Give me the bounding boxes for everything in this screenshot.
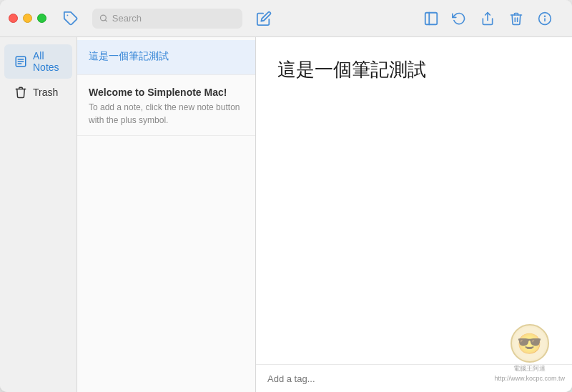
sidebar-toggle-button[interactable] (418, 6, 444, 31)
note-preview-body: To add a note, click the new note button… (89, 101, 244, 127)
editor-content[interactable]: 這是一個筆記測試 (256, 37, 572, 364)
traffic-lights (9, 14, 46, 23)
search-box (92, 9, 242, 29)
note-item-welcome[interactable]: Welcome to Simplenote Mac! To add a note… (77, 75, 255, 136)
note-preview-title: Welcome to Simplenote Mac! (89, 87, 244, 98)
search-input[interactable] (112, 13, 235, 24)
history-button[interactable] (449, 9, 469, 29)
sidebar-item-trash[interactable]: Trash (4, 80, 72, 104)
note-list: 這是一個筆記測試 Welcome to Simplenote Mac! To a… (77, 37, 256, 392)
tag-icon[interactable] (55, 11, 87, 26)
close-button[interactable] (9, 14, 18, 23)
note-title: 這是一個筆記測試 (89, 50, 244, 63)
svg-line-2 (105, 20, 107, 21)
app-window: All Notes Trash 這是一個筆記測試 Welcome to Simp… (0, 0, 572, 392)
add-tag-input[interactable] (267, 373, 561, 384)
sidebar-item-label: All Notes (33, 50, 62, 73)
delete-button[interactable] (506, 9, 526, 29)
editor-area: 這是一個筆記測試 (256, 37, 572, 392)
toolbar-right (449, 9, 563, 29)
content-area: All Notes Trash 這是一個筆記測試 Welcome to Simp… (0, 37, 572, 392)
search-icon (99, 14, 108, 23)
sidebar-item-label: Trash (33, 87, 58, 98)
share-button[interactable] (478, 9, 498, 29)
sidebar-item-all-notes[interactable]: All Notes (4, 44, 72, 79)
svg-rect-3 (425, 12, 438, 24)
maximize-button[interactable] (37, 14, 46, 23)
note-item[interactable]: 這是一個筆記測試 (77, 40, 255, 75)
search-area (92, 9, 242, 29)
sidebar: All Notes Trash (0, 37, 77, 392)
editor-footer (256, 364, 572, 392)
info-button[interactable] (535, 9, 555, 29)
new-note-button[interactable] (251, 6, 277, 31)
editor-heading: 這是一個筆記測試 (277, 57, 551, 82)
minimize-button[interactable] (23, 14, 32, 23)
titlebar (0, 0, 572, 37)
